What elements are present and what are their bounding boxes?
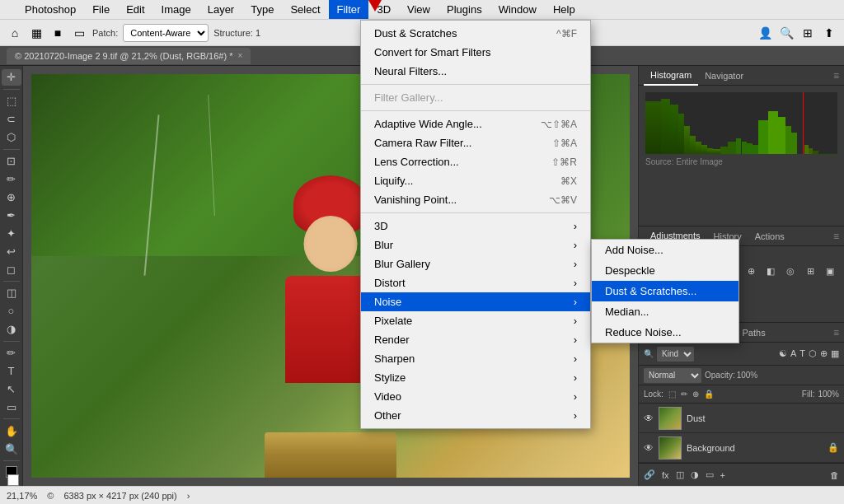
- layer-icon-4[interactable]: ⬡: [809, 348, 817, 359]
- new-adjustment-icon[interactable]: ◑: [691, 469, 699, 480]
- menu-filter-pixelate[interactable]: Pixelate: [361, 311, 590, 330]
- arrange-icon[interactable]: ⊞: [799, 25, 816, 41]
- noise-reduce-noise[interactable]: Reduce Noise...: [592, 322, 738, 343]
- spot-heal-tool[interactable]: ⊕: [2, 189, 21, 205]
- marquee-tool[interactable]: ⬚: [2, 93, 21, 110]
- new-layer-icon[interactable]: +: [720, 470, 725, 480]
- menu-edit[interactable]: Edit: [118, 0, 152, 19]
- status-nav-arrow[interactable]: ›: [187, 491, 190, 501]
- menu-filter-distort[interactable]: Distort: [361, 273, 590, 292]
- blur-tool[interactable]: ○: [2, 303, 21, 320]
- menu-window[interactable]: Window: [490, 0, 545, 19]
- menu-filter-neural[interactable]: Neural Filters...: [361, 62, 590, 81]
- lasso-tool[interactable]: ⊂: [2, 111, 21, 128]
- eyedropper-tool[interactable]: ✏: [2, 170, 21, 187]
- menu-filter-dust-scratches-top[interactable]: Dust & Scratches ^⌘F: [361, 24, 590, 43]
- object-select-tool[interactable]: ⬡: [2, 129, 21, 146]
- layer-eye-background[interactable]: 👁: [644, 442, 654, 454]
- lock-paint-icon[interactable]: ✏: [681, 390, 687, 399]
- new-group-icon[interactable]: ▭: [706, 469, 714, 480]
- move-tool[interactable]: ✛: [2, 69, 21, 86]
- menu-type[interactable]: Type: [242, 0, 282, 19]
- menu-file[interactable]: File: [84, 0, 118, 19]
- blend-mode-select[interactable]: Normal Multiply Screen: [644, 368, 701, 383]
- noise-dust-scratches[interactable]: Dust & Scratches...: [592, 281, 738, 301]
- background-color-swatch[interactable]: [7, 474, 19, 486]
- menu-select[interactable]: Select: [282, 0, 328, 19]
- menu-filter-blur[interactable]: Blur: [361, 236, 590, 254]
- menu-filter-render[interactable]: Render: [361, 330, 590, 349]
- tab-navigator[interactable]: Navigator: [698, 66, 750, 86]
- delete-layer-icon[interactable]: 🗑: [830, 470, 839, 480]
- search-icon[interactable]: 🔍: [778, 25, 795, 41]
- menu-filter-sharpen[interactable]: Sharpen: [361, 349, 590, 368]
- menu-filter-other[interactable]: Other: [361, 406, 590, 425]
- bw-icon[interactable]: ◧: [762, 263, 779, 279]
- noise-median[interactable]: Median...: [592, 301, 738, 322]
- layer-row-background[interactable]: 👁 Background 🔒: [639, 433, 844, 463]
- layer-icon-2[interactable]: A: [790, 348, 796, 359]
- color-balance-icon[interactable]: ⊕: [743, 263, 759, 279]
- menu-filter-video[interactable]: Video: [361, 387, 590, 406]
- lock-pixels-icon[interactable]: ⬚: [668, 390, 676, 399]
- layer-icon-3[interactable]: T: [799, 348, 805, 359]
- menu-image[interactable]: Image: [153, 0, 199, 19]
- fill-value[interactable]: 100%: [818, 390, 839, 399]
- menu-layer[interactable]: Layer: [199, 0, 243, 19]
- layer-icon-1[interactable]: ☯: [779, 348, 787, 359]
- photo-filter-icon[interactable]: ◎: [782, 263, 799, 279]
- menu-view[interactable]: View: [399, 0, 438, 19]
- menu-photoshop[interactable]: Photoshop: [16, 0, 84, 19]
- link-layers-icon[interactable]: 🔗: [644, 469, 655, 480]
- marquee-icon[interactable]: ▦: [28, 25, 45, 41]
- gradient-tool[interactable]: ◫: [2, 285, 21, 301]
- share-icon[interactable]: ⬆: [821, 25, 837, 41]
- path-select-tool[interactable]: ↖: [2, 381, 21, 398]
- histogram-panel-menu[interactable]: ≡: [833, 70, 839, 82]
- noise-add-noise[interactable]: Add Noise...: [592, 240, 738, 260]
- menu-filter-convert-smart[interactable]: Convert for Smart Filters: [361, 43, 590, 62]
- text-tool[interactable]: T: [2, 363, 21, 380]
- menu-help[interactable]: Help: [545, 0, 584, 19]
- patch-select[interactable]: Content-Aware Normal: [123, 24, 209, 42]
- hand-tool[interactable]: ✋: [2, 422, 21, 439]
- lock-position-icon[interactable]: 🔒: [704, 390, 714, 399]
- layer-row-dust[interactable]: 👁 Dust: [639, 404, 844, 433]
- user-account-icon[interactable]: 👤: [757, 25, 773, 41]
- eraser-tool[interactable]: ◻: [2, 261, 21, 278]
- dodge-tool[interactable]: ◑: [2, 321, 21, 338]
- menu-filter-vanishing-point[interactable]: Vanishing Point... ⌥⌘V: [361, 190, 590, 209]
- layer-eye-dust[interactable]: 👁: [644, 413, 654, 424]
- opacity-value[interactable]: 100%: [737, 371, 758, 380]
- clone-stamp-tool[interactable]: ✦: [2, 225, 21, 241]
- kind-select[interactable]: Kind: [657, 347, 694, 362]
- crop-tool[interactable]: ⊡: [2, 152, 21, 169]
- menu-filter-adaptive-wide[interactable]: Adaptive Wide Angle... ⌥⇧⌘A: [361, 114, 590, 133]
- menu-filter-noise[interactable]: Noise: [361, 292, 590, 311]
- pen-tool[interactable]: ✏: [2, 345, 21, 362]
- menu-filter-stylize[interactable]: Stylize: [361, 368, 590, 387]
- menu-filter-lens-correction[interactable]: Lens Correction... ⇧⌘R: [361, 152, 590, 171]
- noise-despeckle[interactable]: Despeckle: [592, 260, 738, 281]
- layer-icon-6[interactable]: ▦: [831, 348, 839, 359]
- menu-filter-3d[interactable]: 3D: [361, 217, 590, 236]
- tab-histogram[interactable]: Histogram: [644, 66, 698, 86]
- tab-actions[interactable]: Actions: [748, 226, 791, 246]
- history-brush-tool[interactable]: ↩: [2, 243, 21, 259]
- menu-filter-blur-gallery[interactable]: Blur Gallery: [361, 254, 590, 273]
- color-lookup-icon[interactable]: ▣: [822, 263, 838, 279]
- document-tab[interactable]: © 20210720-Image 2 9.tif @ 21,2% (Dust, …: [7, 48, 251, 64]
- layer-icon-5[interactable]: ⊕: [820, 348, 828, 359]
- menu-filter-camera-raw[interactable]: Camera Raw Filter... ⇧⌘A: [361, 133, 590, 152]
- add-style-icon[interactable]: fx: [662, 470, 669, 480]
- home-icon[interactable]: ⌂: [7, 25, 23, 41]
- menu-plugins[interactable]: Plugins: [438, 0, 490, 19]
- lock-artboard-icon[interactable]: ⊕: [692, 390, 699, 399]
- add-mask-icon[interactable]: ◫: [676, 469, 684, 480]
- channel-mix-icon[interactable]: ⊞: [802, 263, 818, 279]
- adjustments-panel-menu[interactable]: ≡: [833, 231, 839, 242]
- layers-panel-menu[interactable]: ≡: [833, 327, 839, 338]
- menu-filter[interactable]: Filter: [329, 0, 369, 19]
- tab-close-button[interactable]: ×: [237, 51, 242, 60]
- shape-tool[interactable]: ▭: [2, 399, 21, 416]
